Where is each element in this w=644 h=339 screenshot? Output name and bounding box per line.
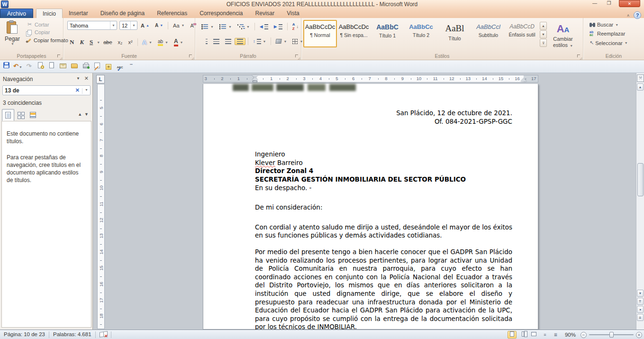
nav-options-dropdown-icon[interactable]: ▼ — [76, 76, 80, 81]
full-screen-reading-view-button[interactable] — [518, 331, 527, 339]
print-layout-view-button[interactable] — [508, 331, 517, 339]
superscript-button[interactable]: x² — [126, 38, 135, 46]
next-page-button[interactable]: ⇊ — [637, 314, 644, 321]
align-left-button[interactable] — [199, 38, 210, 45]
draft-view-button[interactable]: ≣ — [551, 331, 560, 339]
scrollbar-thumb[interactable] — [637, 163, 644, 196]
align-center-button[interactable] — [211, 38, 222, 45]
zoom-slider-thumb[interactable] — [609, 332, 614, 338]
previous-page-button[interactable]: ⇈ — [637, 298, 644, 305]
paste-button[interactable]: Pegar ▼ — [2, 20, 23, 51]
tab-correspondencia[interactable]: Correspondencia — [193, 9, 249, 18]
horizontal-ruler[interactable]: 1231234567891011121314151617 — [203, 75, 538, 82]
tab-inicio[interactable]: Inicio — [36, 9, 63, 18]
bold-button[interactable]: N — [67, 37, 76, 47]
strikethrough-button[interactable]: abe — [101, 38, 114, 46]
outline-view-button[interactable]: ≡ — [540, 331, 549, 339]
save-icon[interactable] — [2, 62, 10, 71]
tab-vista[interactable]: Vista — [281, 9, 305, 18]
select-button[interactable]: ↖Seleccionar▼ — [587, 39, 644, 47]
quick-print-icon[interactable] — [82, 62, 90, 71]
document-page[interactable]: San Plácido, 12 de octubre de 2021. Of. … — [203, 84, 538, 330]
change-case-button[interactable]: Aa▼ — [171, 22, 187, 29]
subscript-button[interactable]: x₂ — [116, 38, 125, 46]
vertical-ruler[interactable]: 5678910111213141516171819 — [97, 84, 105, 329]
font-color-button[interactable]: A▼ — [172, 37, 186, 47]
highlight-button[interactable]: ab▼ — [155, 38, 171, 47]
zoom-out-button[interactable]: − — [581, 332, 587, 338]
styles-dialog-launcher[interactable] — [577, 54, 581, 59]
underline-dropdown[interactable]: ▼ — [97, 41, 100, 44]
close-button[interactable]: ✕ — [619, 0, 640, 7]
style-titulo-2[interactable]: AaBbCcTítulo 2 — [404, 20, 438, 47]
spelling-icon[interactable]: ABC✓ — [116, 62, 124, 71]
styles-scroll-down[interactable]: ▼ — [540, 30, 547, 38]
decrease-indent-button[interactable]: ◀ — [257, 23, 271, 30]
find-button[interactable]: Buscar▼ — [587, 21, 644, 28]
proofing-status[interactable] — [96, 330, 111, 339]
increase-indent-button[interactable]: ▶ — [272, 23, 285, 30]
undo-icon[interactable]: ↶▼ — [13, 62, 22, 71]
font-dialog-launcher[interactable] — [189, 54, 193, 59]
grow-font-button[interactable]: A▲ — [138, 22, 152, 29]
tab-insertar[interactable]: Insertar — [63, 9, 94, 18]
scroll-up-arrow[interactable]: ▲ — [637, 83, 644, 91]
next-result-icon[interactable]: ▼ — [84, 112, 89, 117]
multilevel-list-button[interactable]: ▼ — [235, 23, 252, 30]
styles-gallery-more[interactable]: ⊽ — [540, 39, 547, 47]
style-sin-espaciado[interactable]: AaBbCcDc¶ Sin espa... — [337, 20, 371, 47]
word-count[interactable]: Palabras: 4.681 — [49, 330, 95, 339]
edit-icon[interactable] — [93, 62, 101, 71]
style-normal[interactable]: AaBbCcDc¶ Normal — [303, 20, 337, 47]
tab-referencias[interactable]: Referencias — [151, 9, 193, 18]
shrink-font-button[interactable]: A▼ — [153, 22, 165, 29]
search-input[interactable] — [5, 87, 66, 94]
document-content[interactable]: San Plácido, 12 de octubre de 2021. Of. … — [255, 84, 512, 339]
sort-button[interactable]: AZ↓ — [290, 21, 301, 32]
scroll-down-arrow[interactable]: ▼ — [637, 290, 644, 297]
nav-close-icon[interactable]: ✕ — [84, 75, 89, 82]
align-right-button[interactable] — [223, 38, 234, 45]
help-button[interactable]: ? — [634, 11, 641, 19]
title-bar[interactable]: W OFICIOS ENVIADOS 2021 REALLLLLLLLLLLLL… — [0, 0, 644, 9]
nav-tab-headings[interactable] — [2, 109, 14, 121]
italic-button[interactable]: K — [77, 37, 86, 47]
paragraph-dialog-launcher[interactable] — [295, 54, 299, 59]
paste-dropdown-arrow[interactable]: ▼ — [3, 42, 22, 46]
zoom-slider[interactable]: − + — [581, 332, 642, 338]
tab-archivo[interactable]: Archivo — [0, 9, 33, 18]
line-spacing-button[interactable]: ↕▼ — [251, 38, 268, 45]
clipboard-dialog-launcher[interactable] — [57, 54, 62, 59]
select-browse-object-button[interactable]: ● — [637, 306, 644, 313]
style-titulo-1[interactable]: AaBbCTítulo 1 — [371, 20, 404, 47]
numbering-button[interactable]: ▼ — [217, 23, 234, 30]
tab-stop-selector[interactable]: L — [96, 75, 105, 83]
replace-button[interactable]: abacReemplazar — [587, 30, 644, 37]
font-size-combo[interactable]: 12▼ — [119, 21, 137, 30]
tab-revisar[interactable]: Revisar — [249, 9, 281, 18]
qat-menu-icon[interactable]: ▔▼ — [127, 62, 136, 71]
zoom-in-button[interactable]: + — [636, 332, 642, 338]
collapse-ribbon-button[interactable]: ˄ — [625, 12, 632, 19]
open-icon[interactable] — [70, 62, 79, 71]
nav-tab-pages[interactable] — [14, 109, 27, 121]
hanging-indent-marker[interactable] — [252, 77, 258, 80]
left-indent-marker[interactable] — [253, 81, 257, 82]
underline-button[interactable]: S — [87, 37, 95, 47]
style-subtitulo[interactable]: AaBbCclSubtítulo — [472, 20, 505, 47]
clear-search-icon[interactable]: ✕ — [75, 87, 80, 93]
symbol-icon[interactable]: ✳ — [104, 62, 113, 71]
web-layout-view-button[interactable] — [529, 331, 538, 339]
minimize-button[interactable]: — — [588, 0, 601, 7]
font-family-combo[interactable]: Tahoma▼ — [67, 21, 117, 30]
change-styles-button[interactable]: AA Cambiar estilos ▼ — [548, 20, 578, 49]
restore-button[interactable]: ❐ — [602, 0, 616, 7]
page-indicator[interactable]: Página: 10 de 23 — [0, 330, 49, 339]
new-document-icon[interactable] — [47, 62, 56, 71]
style-titulo[interactable]: AaBlTítulo — [438, 20, 472, 47]
bullets-button[interactable]: ▼ — [199, 23, 216, 30]
nav-search-box[interactable]: ✕ ▼ — [2, 85, 91, 95]
ruler-toggle-button[interactable]: ⤧ — [637, 74, 644, 82]
text-effects-button[interactable]: A▼ — [140, 38, 154, 47]
previous-result-icon[interactable]: ▲ — [78, 112, 82, 117]
